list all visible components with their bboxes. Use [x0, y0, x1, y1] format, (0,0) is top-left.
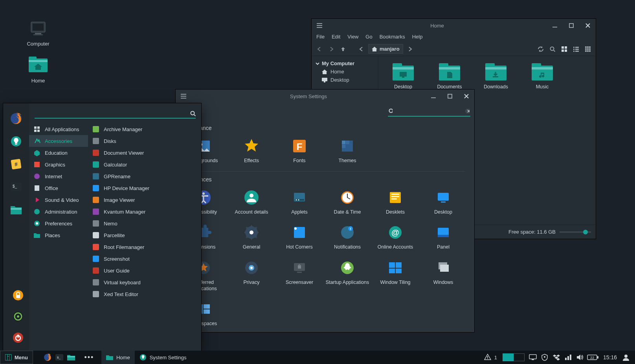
tray-dropbox[interactable] [551, 352, 562, 362]
path-segment[interactable]: manjaro [368, 44, 403, 54]
app-image-viewer[interactable]: Image Viewer [88, 194, 201, 206]
sidebar-item-desktop[interactable]: Desktop [313, 76, 376, 84]
compact-view-icon[interactable] [583, 44, 593, 54]
fav-terminal[interactable]: $_ [9, 180, 23, 194]
up-icon[interactable] [338, 44, 348, 54]
settings-account-details[interactable]: Account details [228, 186, 275, 221]
logout-button[interactable] [11, 310, 25, 323]
back-icon[interactable] [315, 44, 324, 54]
settings-desklets[interactable]: Desklets [371, 186, 419, 221]
tray-user[interactable] [621, 352, 631, 362]
ss-search-input[interactable] [396, 108, 462, 114]
fav-lightbulb[interactable] [9, 135, 23, 148]
menu-button[interactable]: Menu [0, 351, 33, 364]
workspace-switcher[interactable] [503, 353, 525, 361]
tray-display[interactable] [528, 352, 538, 362]
panel-firefox[interactable] [42, 351, 53, 364]
hamburger-icon[interactable] [315, 21, 324, 30]
close-icon[interactable] [462, 91, 471, 101]
app-parcellite[interactable]: Parcellite [88, 229, 201, 241]
category-accessories[interactable]: Accessories [29, 135, 88, 147]
app-root-filemanager[interactable]: Root Filemanager [88, 241, 201, 253]
zoom-slider[interactable] [560, 231, 591, 233]
menu-help[interactable]: Help [412, 34, 423, 40]
category-education[interactable]: Education [29, 147, 88, 159]
tray-updates[interactable] [483, 352, 493, 362]
shutdown-button[interactable] [11, 331, 25, 344]
settings-fonts[interactable]: FFonts [275, 134, 323, 170]
settings-date-time[interactable]: Date & Time [323, 186, 371, 221]
ss-content[interactable]: Appearance BackgroundsEffectsFFontsTheme… [176, 120, 474, 332]
app-user-guide[interactable]: User Guide [88, 265, 201, 276]
icon-view-icon[interactable] [560, 44, 569, 54]
menu-edit[interactable]: Edit [332, 34, 340, 40]
category-internet[interactable]: Internet [29, 170, 88, 182]
category-preferences[interactable]: Preferences [29, 218, 88, 229]
category-all-applications[interactable]: All Applications [29, 123, 88, 135]
menu-search-input[interactable] [35, 110, 190, 116]
settings-themes[interactable]: Themes [323, 134, 371, 170]
settings-privacy[interactable]: Privacy [228, 256, 275, 297]
ss-titlebar[interactable]: System Settings [176, 90, 474, 103]
app-xed-text-editor[interactable]: Xed Text Editor [88, 288, 201, 300]
app-gprename[interactable]: GPRename [88, 170, 201, 182]
path-prev-icon[interactable] [356, 44, 366, 54]
menu-view[interactable]: View [347, 34, 358, 40]
fm-titlebar[interactable]: Home [312, 19, 596, 32]
search-icon[interactable] [548, 44, 557, 54]
app-virtual-keyboard[interactable]: Virtual keyboard [88, 276, 201, 288]
app-screenshot[interactable]: Screenshot [88, 253, 201, 265]
menu-go[interactable]: Go [365, 34, 372, 40]
fav-firefox[interactable] [9, 112, 23, 125]
desktop-icon-computer[interactable]: Computer [20, 20, 56, 47]
panel-overflow[interactable]: ••• [83, 351, 95, 364]
tray-network[interactable] [563, 352, 573, 362]
close-icon[interactable] [583, 21, 593, 30]
category-graphics[interactable]: Graphics [29, 159, 88, 170]
settings-online-accounts[interactable]: @Online Accounts [371, 221, 419, 256]
app-galculator[interactable]: Galculator [88, 159, 201, 170]
tray-shield[interactable] [540, 352, 550, 362]
category-sound-video[interactable]: Sound & Video [29, 194, 88, 206]
workspace-1[interactable] [503, 353, 514, 361]
tray-volume[interactable] [575, 352, 585, 362]
hamburger-icon[interactable] [179, 91, 188, 101]
settings-windows[interactable]: Windows [419, 256, 467, 297]
ss-search-box[interactable] [388, 107, 470, 117]
panel-files[interactable] [65, 351, 77, 364]
taskbar-home[interactable]: Home [101, 351, 135, 364]
folder-music[interactable]: Music [519, 61, 565, 92]
app-document-viewer[interactable]: Document Viewer [88, 147, 201, 159]
maximize-icon[interactable] [567, 21, 576, 30]
category-office[interactable]: Office [29, 182, 88, 194]
maximize-icon[interactable] [445, 91, 455, 101]
list-view-icon[interactable] [571, 44, 581, 54]
settings-screensaver[interactable]: Screensaver [275, 256, 323, 297]
sidebar-item-home[interactable]: Home [313, 68, 376, 76]
settings-window-tiling[interactable]: Window Tiling [371, 256, 419, 297]
folder-documents[interactable]: Documents [426, 61, 473, 92]
settings-panel[interactable]: Panel [419, 221, 467, 256]
app-nemo[interactable]: Nemo [88, 218, 201, 229]
app-kvantum-manager[interactable]: Kvantum Manager [88, 206, 201, 218]
app-archive-manager[interactable]: Archive Manager [88, 123, 201, 135]
minimize-icon[interactable] [429, 91, 438, 101]
settings-notifications[interactable]: !Notifications [323, 221, 371, 256]
backspace-icon[interactable] [465, 109, 470, 113]
menu-search-box[interactable] [35, 109, 196, 119]
menu-file[interactable]: File [316, 34, 325, 40]
settings-effects[interactable]: Effects [228, 134, 275, 170]
forward-icon[interactable] [327, 44, 336, 54]
refresh-icon[interactable] [536, 44, 545, 54]
fav-files[interactable] [9, 203, 23, 216]
folder-desktop[interactable]: Desktop [380, 61, 426, 92]
settings-desktop[interactable]: Desktop [419, 186, 467, 221]
app-hp-device-manager[interactable]: HP Device Manager [88, 182, 201, 194]
category-places[interactable]: Places [29, 229, 88, 241]
category-administration[interactable]: Administration [29, 206, 88, 218]
settings-applets[interactable]: Applets [275, 186, 323, 221]
fav-notes[interactable]: # [9, 157, 23, 171]
path-next-icon[interactable] [406, 44, 415, 54]
lock-button[interactable] [11, 289, 25, 302]
folder-downloads[interactable]: Downloads [473, 61, 519, 92]
